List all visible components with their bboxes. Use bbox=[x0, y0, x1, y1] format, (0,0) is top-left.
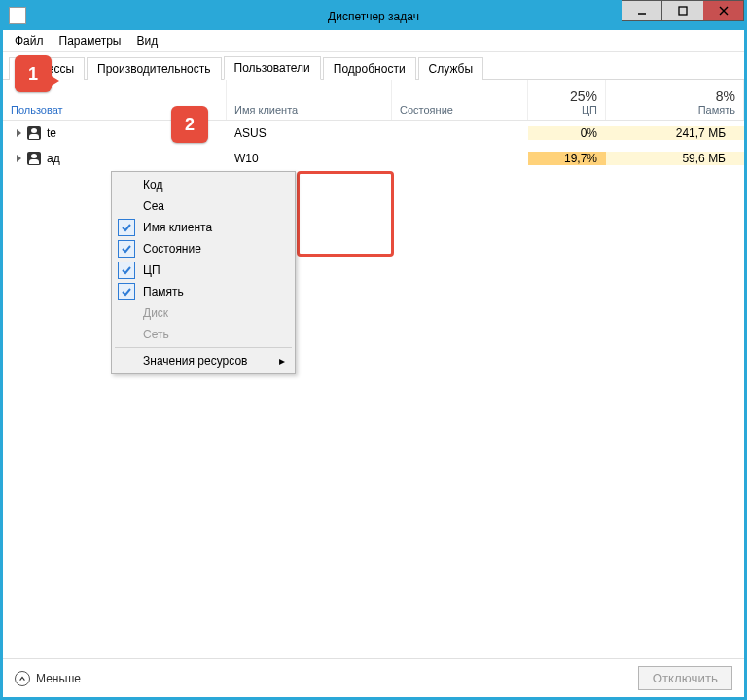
mem-cell: 241,7 МБ bbox=[606, 126, 744, 140]
check-icon bbox=[118, 283, 135, 300]
user-name: te bbox=[47, 126, 56, 140]
tab-details[interactable]: Подробности bbox=[323, 57, 416, 80]
disconnect-button[interactable]: Отключить bbox=[638, 666, 732, 690]
fewer-details-button[interactable]: Меньше bbox=[15, 671, 81, 686]
ctx-item-disk: Диск bbox=[114, 302, 293, 324]
cpu-cell: 19,7% bbox=[528, 152, 606, 165]
table-row[interactable]: ад W10 19,7% 59,6 МБ bbox=[3, 146, 744, 171]
check-icon bbox=[118, 262, 135, 279]
table-row[interactable]: te ASUS 0% 241,7 МБ bbox=[3, 121, 744, 146]
ctx-item-session[interactable]: Сеа bbox=[114, 195, 293, 217]
footer: Меньше Отключить bbox=[3, 658, 744, 697]
chevron-up-icon bbox=[15, 671, 30, 686]
tab-bar: Процессы Производительность Пользователи… bbox=[3, 52, 744, 80]
ctx-item-memory[interactable]: Память bbox=[114, 281, 293, 302]
tab-users[interactable]: Пользователи bbox=[224, 56, 321, 80]
expand-icon[interactable] bbox=[17, 155, 21, 162]
col-status[interactable]: Состояние bbox=[392, 80, 528, 120]
window-controls bbox=[622, 0, 744, 21]
ctx-item-client-name[interactable]: Имя клиента bbox=[114, 217, 293, 238]
annotation-highlight-box bbox=[297, 171, 394, 257]
svg-rect-1 bbox=[679, 7, 687, 15]
annotation-callout-2: 2 bbox=[171, 106, 208, 143]
col-cpu[interactable]: 25% ЦП bbox=[528, 80, 606, 120]
menu-file[interactable]: Файл bbox=[7, 32, 52, 50]
window-title: Диспетчер задач bbox=[328, 10, 419, 23]
annotation-callout-1: 1 bbox=[15, 55, 52, 92]
menu-view[interactable]: Вид bbox=[128, 32, 165, 50]
ctx-separator bbox=[115, 347, 292, 348]
tab-performance[interactable]: Производительность bbox=[87, 57, 221, 80]
cpu-cell: 0% bbox=[528, 126, 606, 140]
ctx-item-resource-values[interactable]: Значения ресурсов▸ bbox=[114, 350, 293, 371]
col-client-name[interactable]: Имя клиента bbox=[227, 80, 392, 120]
mem-cell: 59,6 МБ bbox=[606, 152, 744, 165]
minimize-button[interactable] bbox=[622, 0, 662, 21]
client-cell: ASUS bbox=[227, 126, 392, 140]
menubar: Файл Параметры Вид bbox=[3, 30, 744, 52]
ctx-item-cpu[interactable]: ЦП bbox=[114, 260, 293, 281]
menu-options[interactable]: Параметры bbox=[52, 32, 129, 50]
submenu-arrow-icon: ▸ bbox=[279, 354, 285, 368]
tab-services[interactable]: Службы bbox=[418, 57, 483, 80]
expand-icon[interactable] bbox=[17, 129, 21, 137]
column-headers: Пользоват Имя клиента Состояние 25% ЦП 8… bbox=[3, 80, 744, 121]
ctx-item-code[interactable]: Код bbox=[114, 174, 293, 195]
col-memory[interactable]: 8% Память bbox=[606, 80, 744, 120]
app-icon bbox=[9, 7, 26, 24]
user-icon bbox=[27, 152, 41, 165]
close-button[interactable] bbox=[703, 0, 744, 21]
titlebar[interactable]: Диспетчер задач bbox=[3, 3, 744, 30]
task-manager-window: Диспетчер задач Файл Параметры Вид Проце… bbox=[0, 0, 747, 700]
column-context-menu: Код Сеа Имя клиента Состояние ЦП Память … bbox=[111, 171, 296, 374]
ctx-item-network: Сеть bbox=[114, 324, 293, 345]
ctx-item-status[interactable]: Состояние bbox=[114, 238, 293, 260]
check-icon bbox=[118, 219, 135, 236]
user-icon bbox=[27, 126, 41, 140]
user-name: ад bbox=[47, 152, 60, 165]
check-icon bbox=[118, 240, 135, 258]
user-cell: ад bbox=[3, 152, 227, 165]
maximize-button[interactable] bbox=[662, 0, 703, 21]
content-area: Пользоват Имя клиента Состояние 25% ЦП 8… bbox=[3, 80, 744, 658]
client-cell: W10 bbox=[227, 152, 392, 165]
